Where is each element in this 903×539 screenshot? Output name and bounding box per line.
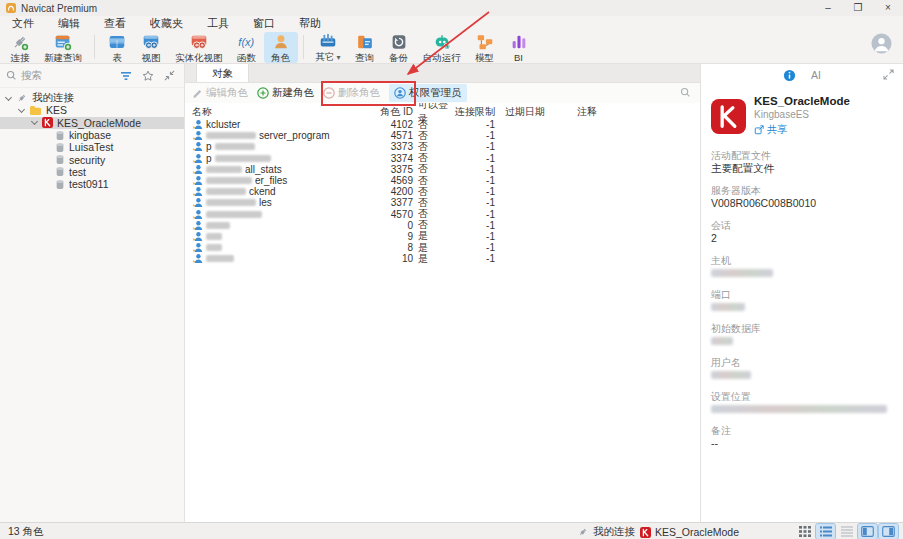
collapse-icon[interactable] bbox=[161, 70, 178, 81]
role-name-cell: server_program bbox=[185, 130, 371, 141]
star-icon[interactable] bbox=[139, 70, 157, 82]
list-view-icon[interactable] bbox=[816, 524, 835, 539]
panel-right-icon[interactable] bbox=[879, 524, 898, 539]
connection-tree: 我的连接KESKES_OracleModekingbaseLuisaTestse… bbox=[0, 88, 184, 190]
role-name-cell bbox=[185, 209, 371, 220]
role-id-cell: 3373 bbox=[371, 141, 413, 152]
toolbar-button-backup[interactable]: 备份 bbox=[382, 32, 416, 63]
toolbar-button-table[interactable]: 表 bbox=[100, 32, 134, 63]
tree-item-label: kingbase bbox=[69, 129, 111, 141]
table-row[interactable]: 10是-1 bbox=[185, 253, 700, 264]
detail-field: 主机 bbox=[711, 254, 893, 279]
breadcrumb-item[interactable]: KES_OracleMode bbox=[640, 526, 739, 538]
tree-item-LuisaTest[interactable]: LuisaTest bbox=[0, 141, 184, 153]
plus-circle-icon bbox=[257, 87, 269, 99]
menu-item[interactable]: 窗口 bbox=[241, 16, 287, 31]
toolbar-button-materialized-view[interactable]: 实体化视图 bbox=[168, 32, 230, 63]
role-name-cell: ckend bbox=[185, 186, 371, 197]
database-icon bbox=[55, 166, 65, 177]
tree-item-label: test bbox=[69, 166, 86, 178]
chevron-expanded-icon[interactable] bbox=[5, 94, 12, 101]
list-search-icon[interactable] bbox=[680, 87, 691, 98]
toolbar-label: 自动运行 bbox=[423, 52, 461, 63]
redacted-value bbox=[711, 303, 745, 311]
panel-left-icon[interactable] bbox=[858, 524, 877, 539]
tree-item-kingbase[interactable]: kingbase bbox=[0, 129, 184, 141]
chevron-expanded-icon[interactable] bbox=[18, 106, 25, 113]
toolbar-button-automation[interactable]: 自动运行 bbox=[416, 32, 468, 63]
toolbar-label: 备份 bbox=[389, 52, 408, 63]
toolbar-button-others[interactable]: 其它▾ bbox=[309, 32, 348, 63]
search-placeholder: 搜索 bbox=[21, 69, 113, 83]
sidebar-search[interactable]: 搜索 bbox=[0, 64, 184, 88]
menu-item[interactable]: 查看 bbox=[92, 16, 138, 31]
table-body: kcluster4102否-1server_program4571否-1p337… bbox=[185, 119, 700, 264]
tree-item-security[interactable]: security bbox=[0, 153, 184, 165]
maximize-button[interactable]: ❐ bbox=[843, 0, 873, 16]
role-id-cell: 3374 bbox=[371, 153, 413, 164]
menu-item[interactable]: 工具 bbox=[195, 16, 241, 31]
info-panel-tabs: AI bbox=[701, 64, 903, 86]
toolbar-button-connection[interactable]: 连接 bbox=[3, 32, 37, 63]
tree-item-test[interactable]: test bbox=[0, 166, 184, 178]
roles-table: 名称角色 ID可以登录连接限制过期日期注释 kcluster4102否-1ser… bbox=[185, 105, 700, 264]
menu-item[interactable]: 编辑 bbox=[46, 16, 92, 31]
tree-item-我的连接[interactable]: 我的连接 bbox=[0, 92, 184, 104]
edit-role-button[interactable]: 编辑角色 bbox=[192, 86, 248, 100]
database-icon bbox=[55, 179, 65, 190]
redacted-text bbox=[206, 188, 246, 195]
conn-limit-cell: -1 bbox=[449, 231, 495, 242]
column-header[interactable]: 注释 bbox=[565, 105, 700, 119]
detail-view-icon[interactable] bbox=[837, 524, 856, 539]
pencil-icon bbox=[192, 88, 203, 99]
toolbar-label: 查询 bbox=[355, 52, 374, 63]
tree-item-label: KES_OracleMode bbox=[57, 117, 141, 129]
toolbar-button-model[interactable]: 模型 bbox=[468, 32, 502, 63]
toolbar-button-function[interactable]: f(x)函数 bbox=[230, 32, 264, 63]
expand-panel-icon[interactable] bbox=[883, 69, 894, 80]
role-name-cell: les bbox=[185, 197, 371, 208]
database-icon bbox=[55, 142, 65, 153]
toolbar-button-query[interactable]: 查询 bbox=[348, 32, 382, 63]
minimize-button[interactable]: – bbox=[813, 0, 843, 16]
menu-item[interactable]: 文件 bbox=[0, 16, 46, 31]
redacted-text bbox=[206, 132, 256, 139]
delete-role-button[interactable]: 删除角色 bbox=[323, 86, 380, 100]
toolbar-button-bi[interactable]: BI bbox=[502, 32, 536, 63]
tree-item-KES[interactable]: KES bbox=[0, 104, 184, 116]
privilege-manager-button[interactable]: 权限管理员 bbox=[389, 84, 467, 102]
field-value: 主要配置文件 bbox=[711, 162, 893, 175]
close-button[interactable]: × bbox=[873, 0, 903, 16]
filter-icon[interactable] bbox=[117, 71, 135, 81]
conn-limit-cell: -1 bbox=[449, 153, 495, 164]
toolbar-button-view[interactable]: 视图 bbox=[134, 32, 168, 63]
column-header[interactable]: 名称 bbox=[185, 105, 371, 119]
role-name-cell bbox=[185, 253, 371, 264]
info-tab-icon[interactable] bbox=[783, 69, 796, 82]
toolbar-button-role[interactable]: 角色 bbox=[264, 32, 298, 63]
breadcrumb-label: 我的连接 bbox=[593, 525, 635, 539]
can-login-cell: 是 bbox=[413, 252, 449, 266]
new-role-button[interactable]: 新建角色 bbox=[257, 86, 314, 100]
grid-view-icon[interactable] bbox=[795, 524, 814, 539]
tab-ai[interactable]: AI bbox=[811, 69, 821, 81]
redacted-text bbox=[206, 222, 230, 229]
row-role-icon bbox=[192, 231, 203, 242]
chevron-expanded-icon[interactable] bbox=[31, 118, 38, 125]
menu-item[interactable]: 帮助 bbox=[287, 16, 333, 31]
breadcrumb-item[interactable]: 我的连接 bbox=[577, 525, 635, 539]
menu-item[interactable]: 收藏夹 bbox=[138, 16, 195, 31]
column-header[interactable]: 连接限制 bbox=[449, 105, 495, 119]
share-link[interactable]: 共享 bbox=[754, 123, 850, 137]
connection-details: 活动配置文件主要配置文件服务器版本V008R006C008B0010会话2主机端… bbox=[701, 137, 903, 450]
tree-item-test0911[interactable]: test0911 bbox=[0, 178, 184, 190]
column-header[interactable]: 角色 ID bbox=[371, 105, 413, 119]
column-header[interactable]: 过期日期 bbox=[495, 105, 565, 119]
toolbar-button-new-query[interactable]: 新建查询 bbox=[37, 32, 89, 63]
role-icon bbox=[271, 32, 291, 52]
tab-objects[interactable]: 对象 bbox=[196, 64, 249, 82]
user-avatar[interactable] bbox=[871, 33, 892, 54]
connection-icon bbox=[16, 92, 28, 104]
tree-item-KES_OracleMode[interactable]: KES_OracleMode bbox=[0, 117, 184, 129]
toolbar-label: 函数 bbox=[237, 52, 256, 63]
